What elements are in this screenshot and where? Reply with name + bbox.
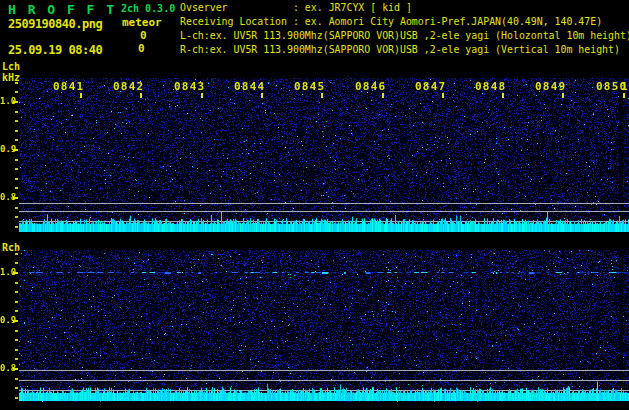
ytick-minor <box>15 253 18 255</box>
time-label: 0846 <box>355 80 386 93</box>
time-tick <box>562 93 564 98</box>
time-tick <box>201 93 203 98</box>
meteor-count-lch: 0 <box>140 29 147 42</box>
time-label: 0842 <box>113 80 144 93</box>
lch-channel-label: Lch <box>2 61 20 72</box>
ytick-major <box>13 368 18 370</box>
ytick-minor <box>15 120 18 122</box>
ytick-minor <box>15 216 18 218</box>
observer-line: Ovserver : ex. JR7CYX [ kid ] <box>180 2 412 13</box>
ytick-major <box>13 197 18 199</box>
time-tick <box>321 93 323 98</box>
time-tick <box>623 93 625 98</box>
ytick-minor <box>15 82 18 84</box>
app-title: H R O F F T <box>8 2 116 17</box>
lch-rig-line: L-ch:ex. UV5R 113.900Mhz(SAPPORO VOR)USB… <box>180 30 629 41</box>
time-label: 0845 <box>294 80 325 93</box>
output-filename: 2509190840.png <box>8 17 102 31</box>
time-label: 0847 <box>415 80 446 93</box>
mode-label: meteor <box>122 16 162 29</box>
time-label: 0841 <box>53 80 84 93</box>
time-label: 0844 <box>234 80 265 93</box>
ytick-minor <box>15 207 18 209</box>
ytick-minor <box>15 378 18 380</box>
ytick-minor <box>15 349 18 351</box>
ytick-major <box>13 101 18 103</box>
ytick-minor <box>15 397 18 399</box>
ytick-minor <box>15 168 18 170</box>
ytick-minor <box>15 130 18 132</box>
ytick-minor <box>15 178 18 180</box>
meteor-count-rch: 0 <box>138 42 145 55</box>
time-label-partial: 10 <box>621 80 629 93</box>
time-label: 0843 <box>174 80 205 93</box>
time-tick <box>502 93 504 98</box>
ytick-minor <box>15 291 18 293</box>
ytick-minor <box>15 282 18 284</box>
location-line: Receiving Location : ex. Aomori City Aom… <box>180 16 602 27</box>
time-tick <box>442 93 444 98</box>
ytick-minor <box>15 91 18 93</box>
ytick-major <box>13 149 18 151</box>
ytick-minor <box>15 310 18 312</box>
rch-channel-label: Rch <box>2 242 20 253</box>
time-tick <box>261 93 263 98</box>
ytick-minor <box>15 111 18 113</box>
ytick-minor <box>15 159 18 161</box>
lch-spectrogram <box>19 78 629 232</box>
ytick-minor <box>15 339 18 341</box>
ytick-minor <box>15 358 18 360</box>
datetime-label: 25.09.19 08:40 <box>8 43 102 57</box>
ytick-minor <box>15 139 18 141</box>
rch-rig-line: R-ch:ex. UV5R 113.900Mhz(SAPPORO VOR)USB… <box>180 44 620 55</box>
time-tick <box>80 93 82 98</box>
hrofft-screen: { "colors": { "background": "#000000", "… <box>0 0 629 410</box>
ytick-minor <box>15 301 18 303</box>
app-version: 2ch 0.3.0 <box>121 3 175 14</box>
ytick-minor <box>15 330 18 332</box>
rch-spectrogram <box>19 250 629 402</box>
time-tick <box>140 93 142 98</box>
ytick-major <box>13 320 18 322</box>
time-label: 0848 <box>475 80 506 93</box>
ytick-minor <box>15 387 18 389</box>
time-label: 0849 <box>535 80 566 93</box>
ytick-minor <box>15 262 18 264</box>
ytick-minor <box>15 226 18 228</box>
ytick-minor <box>15 187 18 189</box>
time-tick <box>382 93 384 98</box>
ytick-major <box>13 272 18 274</box>
